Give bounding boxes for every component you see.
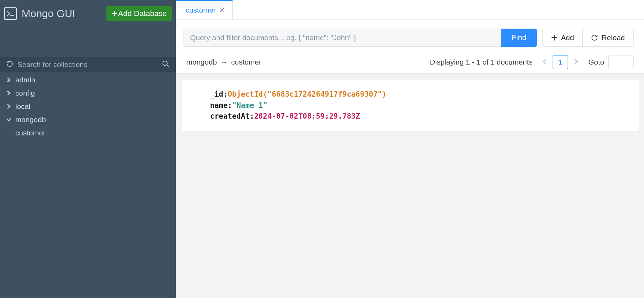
reload-label: Reload (601, 33, 625, 42)
result-status: Displaying 1 - 1 of 1 documents (430, 58, 532, 66)
reload-button[interactable]: Reload (582, 29, 633, 46)
sidebar-header: Mongo GUI Add Database (0, 0, 176, 27)
terminal-icon (4, 7, 17, 20)
prev-page-button[interactable] (541, 57, 548, 67)
plus-icon (111, 10, 118, 17)
refresh-icon[interactable] (6, 60, 13, 69)
doc-field-createdat: createdAt:2024-07-02T08:59:29.783Z (210, 111, 627, 122)
tab-customer[interactable]: customer (176, 0, 233, 19)
page-number-input[interactable] (553, 55, 568, 69)
next-page-button[interactable] (572, 57, 580, 67)
arrow-right-icon: → (220, 58, 228, 66)
database-tree: admin config local mongodb customer (0, 72, 176, 140)
breadcrumb-db: mongodb (186, 58, 217, 66)
close-icon[interactable] (220, 7, 225, 14)
add-label: Add (561, 33, 574, 42)
chevron-right-icon (6, 77, 11, 82)
collection-label: customer (15, 129, 45, 137)
collection-search (0, 57, 176, 72)
plus-icon (551, 35, 557, 41)
tabstrip: customer (176, 0, 644, 20)
add-database-button[interactable]: Add Database (106, 6, 172, 21)
add-button[interactable]: Add (543, 29, 582, 46)
pager: Goto (541, 55, 634, 69)
main: customer Find Add Relo (176, 0, 644, 298)
breadcrumb: mongodb → customer (186, 58, 261, 66)
db-label: mongodb (15, 116, 46, 124)
document-card[interactable]: _id:ObjectId("6683c1724264917f9ca69307")… (182, 80, 639, 131)
goto-input[interactable] (608, 55, 634, 69)
breadcrumb-collection: customer (231, 58, 261, 66)
path-bar: mongodb → customer Displaying 1 - 1 of 1… (176, 53, 644, 74)
db-item-admin[interactable]: admin (0, 73, 176, 87)
sidebar-spacer (0, 27, 176, 57)
svg-line-4 (167, 65, 169, 67)
document-area: _id:ObjectId("6683c1724264917f9ca69307")… (176, 74, 644, 298)
query-input[interactable] (184, 29, 501, 47)
collection-search-input[interactable] (17, 60, 158, 69)
collection-item-customer[interactable]: customer (0, 126, 176, 140)
chevron-right-icon (6, 91, 11, 96)
tab-label: customer (186, 6, 216, 14)
add-database-label: Add Database (118, 9, 167, 18)
search-icon[interactable] (162, 60, 170, 69)
svg-point-3 (163, 61, 167, 66)
chevron-right-icon (6, 104, 11, 109)
db-label: local (15, 102, 30, 111)
goto-label: Goto (588, 58, 604, 66)
sidebar: Mongo GUI Add Database admin (0, 0, 176, 298)
app-title: Mongo GUI (22, 8, 102, 20)
db-label: admin (15, 76, 35, 84)
find-button[interactable]: Find (501, 29, 537, 47)
chevron-down-icon (6, 118, 11, 121)
doc-field-id: _id:ObjectId("6683c1724264917f9ca69307") (210, 89, 627, 100)
query-bar: Find Add Reload (176, 20, 644, 53)
db-item-mongodb[interactable]: mongodb (0, 113, 176, 126)
query-input-wrap: Find (184, 29, 537, 47)
db-item-config[interactable]: config (0, 87, 176, 100)
db-item-local[interactable]: local (0, 100, 176, 113)
doc-field-name: name:"Name 1" (210, 100, 627, 111)
reload-icon (591, 34, 598, 41)
action-button-group: Add Reload (542, 29, 634, 47)
db-label: config (15, 89, 35, 97)
